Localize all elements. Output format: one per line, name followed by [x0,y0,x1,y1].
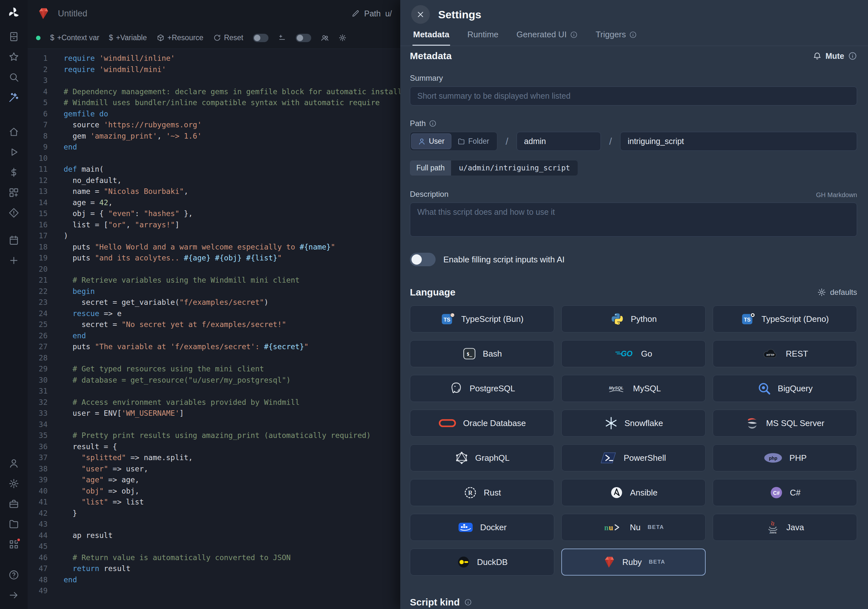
mute-button[interactable]: Mute [813,51,857,61]
code-line: 25 secret = "No secret yet at f/examples… [28,319,400,330]
language-option-c[interactable]: C#C# [713,479,857,506]
ai-toggle[interactable] [410,253,436,266]
language-option-ruby[interactable]: RubyBETA [561,549,706,576]
language-option-java[interactable]: JavaJava [713,514,857,541]
path-owner-input[interactable] [517,132,601,151]
language-option-typescript-deno[interactable]: TSTypeScript (Deno) [713,305,857,333]
code-line: 10 [28,153,400,164]
close-settings-button[interactable] [411,5,430,24]
language-option-php[interactable]: phpPHP [713,445,857,471]
language-option-rust[interactable]: RRust [410,479,554,506]
code-line: 47 return result [28,563,400,574]
code-line: 22 begin [28,286,400,297]
script-title-input[interactable] [57,8,344,19]
language-option-ms-sql-server[interactable]: MS SQL Server [713,410,857,437]
sidebar-item-dollar[interactable] [5,162,23,182]
add-variable-button[interactable]: $ +Variable [109,33,147,42]
editor-settings-icon[interactable] [338,34,347,42]
description-textarea[interactable] [410,203,857,237]
language-option-typescript-bun[interactable]: TSTypeScript (Bun) [410,305,554,333]
owner-kind-user[interactable]: User [411,134,451,149]
sidebar-item-alert-diamond[interactable] [5,203,23,223]
line-number: 41 [28,496,48,508]
code-line: 18 puts "Hello World and a warm welcome … [28,242,400,253]
line-number: 42 [28,508,48,519]
diff-icon[interactable] [278,34,286,42]
sidebar-item-star[interactable] [5,46,23,67]
line-number: 47 [28,563,48,574]
description-label: Description [410,190,448,199]
language-option-duckdb[interactable]: DuckDB [410,549,554,576]
csharp-icon: C# [769,485,783,500]
code-line: 4# Dependency management: declare gems i… [28,86,400,98]
star-icon [8,51,19,62]
language-option-graphql[interactable]: GraphQL [410,445,554,471]
user-icon [8,458,19,469]
powershell-icon [601,451,617,465]
tab-generated-ui[interactable]: Generated UI [516,26,578,46]
sidebar-item-folder[interactable] [5,514,23,534]
sidebar-item-play[interactable] [5,142,23,162]
code-line: 9end [28,141,400,153]
line-number: 24 [28,308,48,319]
code-editor[interactable]: 1require 'windmill/inline'2require 'wind… [28,49,400,609]
language-option-ansible[interactable]: Ansible [561,479,706,506]
settings-body: Metadata Mute Summary Path User Folder [400,46,868,609]
tab-metadata[interactable]: Metadata [412,26,450,46]
sidebar-item-gear[interactable] [5,473,23,494]
tab-runtime[interactable]: Runtime [467,26,499,46]
add-resource-button[interactable]: +Resource [157,33,203,42]
ansible-icon [609,485,624,500]
reset-icon [213,34,221,42]
sidebar-item-cabinet[interactable] [5,26,23,46]
sidebar-item-home[interactable] [5,122,23,142]
sidebar-item-help[interactable] [5,565,23,585]
language-option-postgresql[interactable]: PostgreSQL [410,375,554,402]
sidebar-item-plus[interactable] [5,250,23,270]
language-option-bigquery[interactable]: BigQuery [713,375,857,402]
code-line: 19 puts "and its acolytes.. #{age} #{obj… [28,253,400,263]
sidebar-item-wand[interactable] [5,87,23,107]
line-number: 37 [28,452,48,463]
docker-icon [457,520,474,535]
language-option-docker[interactable]: Docker [410,514,554,541]
reset-button[interactable]: Reset [213,33,243,42]
owner-kind-folder[interactable]: Folder [451,134,496,149]
path-button[interactable]: Path [364,9,381,18]
defaults-button[interactable]: defaults [817,288,857,297]
sidebar-item-search[interactable] [5,67,23,87]
full-path-badge: Full path [410,160,451,175]
collaborators-icon[interactable] [321,34,329,42]
tab-triggers[interactable]: Triggers [595,26,637,46]
sidebar-item-grid-menu[interactable] [5,534,23,554]
language-option-snowflake[interactable]: Snowflake [561,410,706,437]
gear-icon [8,478,19,489]
language-option-go[interactable]: GOGo [561,340,706,367]
sidebar-item-blocks[interactable] [5,182,23,203]
svg-text:Java: Java [769,530,777,534]
language-option-powershell[interactable]: PowerShell [561,445,706,471]
path-name-input[interactable] [620,132,857,151]
windmill-logo[interactable] [5,5,22,21]
editor-toggle-1[interactable] [253,34,268,42]
sidebar-item-briefcase[interactable] [5,494,23,514]
info-icon [429,119,437,127]
add-context-var-button[interactable]: $ +Context var [50,33,99,42]
code-line: 24 rescue => e [28,308,400,319]
code-line: 32 # Access environment variables provid… [28,397,400,408]
language-option-nu[interactable]: nuNuBETA [561,514,706,541]
language-option-bash[interactable]: $_Bash [410,340,554,367]
sidebar-item-user[interactable] [5,453,23,473]
line-number: 18 [28,242,48,253]
language-option-rest[interactable]: HTTPREST [713,340,857,367]
sidebar-item-calendar[interactable] [5,230,23,250]
svg-text:php: php [769,456,777,461]
language-option-mysql[interactable]: MySQLMySQL [561,375,706,402]
language-option-python[interactable]: Python [561,305,706,333]
sidebar-item-arrow-right[interactable] [5,585,23,605]
editor-toggle-2[interactable] [296,34,311,42]
cabinet-icon [8,31,19,42]
language-option-oracle-database[interactable]: Oracle Database [410,410,554,437]
summary-input[interactable] [410,87,857,105]
graphql-icon [454,451,469,465]
